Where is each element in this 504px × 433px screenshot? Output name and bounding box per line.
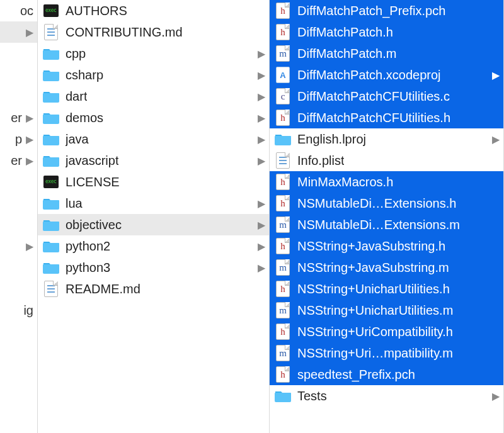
file-row[interactable]: AUTHORS (38, 0, 269, 21)
file-name: objectivec (66, 218, 122, 232)
document-icon (43, 281, 59, 297)
folder-icon (43, 110, 59, 126)
chevron-right-icon: ▶ (255, 133, 265, 145)
chevron-right-icon: ▶ (255, 91, 265, 103)
prev-column-item[interactable]: ▶ (0, 21, 37, 43)
prev-column-label: er (11, 154, 22, 168)
prev-column-item[interactable] (0, 64, 37, 86)
chevron-right-icon: ▶ (255, 112, 265, 124)
prev-column-item[interactable]: ▶ (0, 235, 37, 257)
file-row[interactable]: README.md (38, 278, 269, 300)
prev-column-item[interactable] (0, 86, 37, 107)
prev-column-item[interactable] (0, 43, 37, 64)
file-row[interactable]: cDiffMatchPatchCFUtilities.c (270, 86, 503, 107)
file-name: python2 (66, 239, 110, 254)
chevron-right-icon: ▶ (255, 219, 265, 231)
chevron-right-icon: ▶ (255, 48, 265, 60)
file-row[interactable]: python2▶ (38, 235, 269, 257)
header-file-icon: h (275, 366, 291, 383)
folder-icon (43, 67, 59, 83)
file-row[interactable]: LICENSE (38, 171, 269, 193)
file-name: dart (66, 89, 87, 104)
file-row[interactable]: javascript▶ (38, 150, 269, 171)
column-objectivec[interactable]: hDiffMatchPatch_Prefix.pchhDiffMatchPatc… (270, 0, 504, 433)
file-row[interactable]: mNSString+JavaSubstring.m (270, 257, 503, 278)
prev-column-item[interactable] (0, 171, 37, 193)
file-row[interactable]: objectivec▶ (38, 214, 269, 235)
file-row[interactable]: dart▶ (38, 86, 269, 107)
prev-column-item[interactable]: ig (0, 300, 37, 321)
file-name: NSString+UnicharUtilities.m (297, 303, 453, 318)
file-name: NSString+UriCompatibility.h (297, 325, 453, 339)
c-file-icon: c (275, 88, 291, 104)
file-row[interactable]: mNSString+Uri…mpatibility.m (270, 342, 503, 364)
file-row[interactable]: mDiffMatchPatch.m (270, 43, 503, 64)
file-row[interactable]: java▶ (38, 128, 269, 150)
file-row[interactable]: English.lproj▶ (270, 128, 503, 150)
header-file-icon: h (275, 238, 291, 254)
m-file-icon: m (275, 345, 291, 361)
chevron-right-icon: ▶ (255, 262, 265, 274)
finder-column-view: oc▶er▶p▶er▶▶ig AUTHORSCONTRIBUTING.mdcpp… (0, 0, 504, 433)
file-name: demos (66, 111, 103, 125)
file-row[interactable]: demos▶ (38, 107, 269, 128)
prev-column-item[interactable] (0, 214, 37, 235)
m-file-icon: m (275, 45, 291, 62)
file-row[interactable]: DiffMatchPatch.xcodeproj▶ (270, 64, 503, 86)
prev-column-label: p (15, 132, 22, 147)
document-icon (275, 152, 291, 169)
file-row[interactable]: hDiffMatchPatch.h (270, 21, 503, 43)
file-row[interactable]: cpp▶ (38, 43, 269, 64)
file-name: Tests (297, 389, 327, 403)
file-name: LICENSE (66, 175, 120, 189)
file-name: DiffMatchPatch.m (297, 47, 396, 61)
column-prev[interactable]: oc▶er▶p▶er▶▶ig (0, 0, 38, 433)
prev-column-item[interactable]: p▶ (0, 128, 37, 150)
folder-icon (43, 131, 59, 147)
chevron-right-icon: ▶ (490, 390, 500, 402)
prev-column-item[interactable] (0, 193, 37, 214)
m-file-icon: m (275, 216, 291, 233)
file-name: Info.plist (297, 154, 344, 168)
file-row[interactable]: CONTRIBUTING.md (38, 21, 269, 43)
file-name: English.lproj (297, 132, 366, 147)
file-row[interactable]: csharp▶ (38, 64, 269, 86)
chevron-right-icon: ▶ (26, 155, 33, 167)
header-file-icon: h (275, 195, 291, 211)
file-row[interactable]: hDiffMatchPatchCFUtilities.h (270, 107, 503, 128)
header-file-icon: h (275, 323, 291, 340)
file-row[interactable]: Tests▶ (270, 385, 503, 407)
file-name: MinMaxMacros.h (297, 175, 393, 189)
column-repo-root[interactable]: AUTHORSCONTRIBUTING.mdcpp▶csharp▶dart▶de… (38, 0, 270, 433)
file-row[interactable]: python3▶ (38, 257, 269, 278)
prev-column-item[interactable]: er▶ (0, 107, 37, 128)
file-row[interactable]: hNSString+UnicharUtilities.h (270, 278, 503, 300)
chevron-right-icon: ▶ (26, 26, 33, 38)
file-row[interactable]: lua▶ (38, 193, 269, 214)
file-row[interactable]: hNSString+UriCompatibility.h (270, 321, 503, 342)
file-row[interactable]: Info.plist (270, 150, 503, 171)
chevron-right-icon: ▶ (255, 240, 265, 252)
file-name: NSString+UnicharUtilities.h (297, 282, 450, 296)
folder-icon (43, 259, 59, 276)
chevron-right-icon: ▶ (255, 155, 265, 167)
file-row[interactable]: hNSString+JavaSubstring.h (270, 235, 503, 257)
file-row[interactable]: hNSMutableDi…Extensions.h (270, 193, 503, 214)
prev-column-label: ig (23, 303, 33, 318)
file-name: DiffMatchPatchCFUtilities.h (297, 111, 450, 125)
prev-column-item[interactable] (0, 257, 37, 278)
file-name: NSMutableDi…Extensions.h (297, 196, 456, 211)
chevron-right-icon: ▶ (26, 112, 33, 124)
file-row[interactable]: hDiffMatchPatch_Prefix.pch (270, 0, 503, 21)
prev-column-item[interactable] (0, 278, 37, 300)
file-row[interactable]: mNSMutableDi…Extensions.m (270, 214, 503, 235)
prev-column-item[interactable]: oc (0, 0, 37, 21)
file-row[interactable]: hMinMaxMacros.h (270, 171, 503, 193)
file-row[interactable]: hspeedtest_Prefix.pch (270, 364, 503, 385)
chevron-right-icon: ▶ (26, 240, 33, 252)
file-name: cpp (66, 47, 86, 61)
header-file-icon: h (275, 281, 291, 297)
prev-column-item[interactable]: er▶ (0, 150, 37, 171)
folder-icon (43, 195, 59, 211)
file-row[interactable]: mNSString+UnicharUtilities.m (270, 300, 503, 321)
